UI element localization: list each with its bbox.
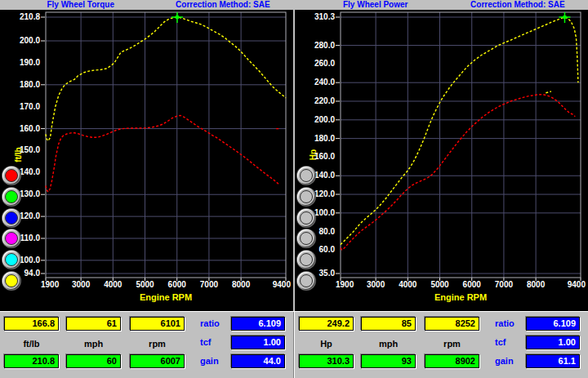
power-x-tick-6000: 6000 <box>456 280 488 289</box>
power-x-tick-8000: 8000 <box>519 280 552 289</box>
current-rpm-box: 8252 <box>425 317 479 331</box>
power-run-button-6[interactable] <box>297 272 315 290</box>
current-power-box: 249.2 <box>299 317 354 331</box>
peak-mph-box: 93 <box>361 354 416 368</box>
power-y-tick-280.0: 280.0 <box>296 41 335 50</box>
ratio-value-box: 6.109 <box>526 317 580 331</box>
run-button-color-face <box>300 211 313 225</box>
torque-run-button-2[interactable] <box>2 188 20 206</box>
current-mph-box: 61 <box>66 317 121 331</box>
torque-y-tick-160.0: 160.0 <box>2 124 40 133</box>
unit-label-hp: Hp <box>299 339 354 349</box>
power-x-tick-9400: 9400 <box>553 280 586 289</box>
ratio-label: ratio <box>200 318 229 328</box>
ratio-value-box: 6.109 <box>231 317 285 331</box>
peak-rpm-box: 8902 <box>425 354 479 368</box>
torque-run-button-1[interactable] <box>2 167 20 185</box>
correction-method-label: Correction Method: SAE <box>153 0 293 10</box>
peak-torque-box: 210.8 <box>4 354 59 368</box>
torque-chart-header: Fly Wheel Torque Correction Method: SAE <box>0 0 293 10</box>
current-rpm-box: 6101 <box>130 317 185 331</box>
peak-marker-cross <box>172 12 183 23</box>
torque-x-tick-5000: 5000 <box>129 280 162 289</box>
unit-label-mph: mph <box>361 339 416 349</box>
run-button-color-face <box>5 253 18 266</box>
torque-y-tick-170.0: 170.0 <box>2 102 40 111</box>
power-chart-header: Fly Wheel Power Correction Method: SAE <box>295 0 588 10</box>
power-y-tick-240.0: 240.0 <box>296 78 335 87</box>
power-y-tick-220.0: 220.0 <box>296 96 335 105</box>
torque-x-tick-6000: 6000 <box>161 280 194 289</box>
gain-label: gain <box>495 356 524 366</box>
unit-label-ftlb: ft/lb <box>4 339 59 349</box>
curve-power-yellow-fragment <box>546 91 551 93</box>
tcf-value-box: 1.00 <box>526 336 580 349</box>
unit-label-rpm: rpm <box>130 339 185 349</box>
correction-method-label: Correction Method: SAE <box>448 0 588 10</box>
torque-run-button-6[interactable] <box>2 272 20 290</box>
torque-y-tick-180.0: 180.0 <box>2 80 40 89</box>
peak-mph-box: 60 <box>66 354 121 368</box>
curve-power-run-yellow <box>341 17 578 245</box>
dyno-app: Fly Wheel Torque Correction Method: SAE … <box>0 0 588 378</box>
tcf-label: tcf <box>200 337 229 347</box>
torque-x-tick-3000: 3000 <box>65 280 97 289</box>
power-x-tick-5000: 5000 <box>424 280 457 289</box>
power-chart-panel: Fly Wheel Power Correction Method: SAE H… <box>295 0 588 311</box>
torque-plot-area[interactable]: ft/lb Engine RPM 210.8200.0190.0180.0170… <box>0 10 293 311</box>
run-button-color-face <box>5 274 18 287</box>
power-y-tick-160.0: 160.0 <box>296 152 335 161</box>
peak-marker-cross <box>559 12 570 23</box>
power-x-tick-7000: 7000 <box>488 280 520 289</box>
power-plot-canvas <box>295 10 588 311</box>
chart-title: Fly Wheel Power <box>295 0 456 10</box>
run-button-color-face <box>5 232 18 245</box>
gain-value-box: 61.1 <box>526 354 580 368</box>
unit-label-mph: mph <box>66 339 121 349</box>
run-button-color-face <box>300 253 313 266</box>
unit-label-rpm: rpm <box>425 339 479 349</box>
chart-title: Fly Wheel Torque <box>0 0 161 10</box>
run-button-color-face <box>5 211 18 225</box>
power-run-button-2[interactable] <box>297 188 315 206</box>
current-mph-box: 85 <box>361 317 416 331</box>
peak-rpm-box: 6007 <box>130 354 185 368</box>
power-y-tick-260.0: 260.0 <box>296 59 335 68</box>
torque-y-tick-210.8: 210.8 <box>2 12 40 21</box>
torque-x-tick-4000: 4000 <box>96 280 129 289</box>
run-button-color-face <box>300 274 313 287</box>
power-run-button-3[interactable] <box>297 209 315 227</box>
torque-readout-panel: 166.8 61 6101 ft/lb mph rpm 210.8 60 600… <box>0 312 294 378</box>
ratio-label: ratio <box>495 318 524 328</box>
run-button-color-face <box>300 190 313 203</box>
power-y-tick-310.3: 310.3 <box>296 12 335 21</box>
peak-power-box: 310.3 <box>299 354 354 368</box>
torque-plot-canvas <box>0 10 293 311</box>
power-readout-panel: 249.2 85 8252 Hp mph rpm 310.3 93 8902 r… <box>294 312 588 378</box>
torque-y-tick-190.0: 190.0 <box>2 58 40 67</box>
power-x-tick-4000: 4000 <box>391 280 424 289</box>
torque-y-tick-150.0: 150.0 <box>2 145 40 154</box>
gain-label: gain <box>200 356 229 366</box>
run-button-color-face <box>300 169 313 182</box>
power-plot-area[interactable]: Hp Engine RPM 310.3280.0260.0240.0220.02… <box>295 10 588 311</box>
readout-strip: 166.8 61 6101 ft/lb mph rpm 210.8 60 600… <box>0 311 588 378</box>
tcf-value-box: 1.00 <box>231 336 285 349</box>
torque-chart-panel: Fly Wheel Torque Correction Method: SAE … <box>0 0 293 311</box>
power-run-button-1[interactable] <box>297 167 315 185</box>
run-button-color-face <box>5 169 18 182</box>
power-y-tick-200.0: 200.0 <box>296 115 335 124</box>
torque-y-tick-200.0: 200.0 <box>2 36 40 45</box>
run-button-color-face <box>5 190 18 203</box>
power-x-tick-3000: 3000 <box>359 280 392 289</box>
torque-run-button-3[interactable] <box>2 209 20 227</box>
run-button-color-face <box>300 232 313 245</box>
current-torque-box: 166.8 <box>4 317 59 331</box>
torque-x-tick-7000: 7000 <box>193 280 225 289</box>
gain-value-box: 44.0 <box>231 354 285 368</box>
torque-x-tick-9400: 9400 <box>258 280 291 289</box>
power-y-tick-180.0: 180.0 <box>296 134 335 143</box>
torque-x-tick-8000: 8000 <box>225 280 257 289</box>
tcf-label: tcf <box>495 337 524 347</box>
